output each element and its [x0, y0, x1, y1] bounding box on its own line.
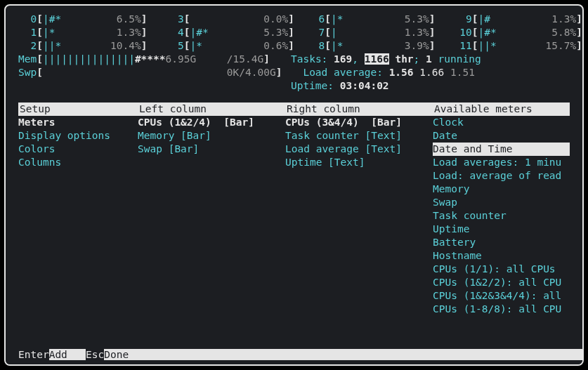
panel-setup: Setup MetersDisplay optionsColorsColumns [18, 103, 138, 316]
cpu-meter-3: 3[ 0.0%] [166, 13, 294, 25]
available-meter-item[interactable]: CPUs (1/1): all CPUs [433, 263, 570, 276]
footer-done-button[interactable]: Done [104, 349, 584, 360]
cpu-meter-9: 9[|# 1.3%] [454, 13, 582, 25]
available-meter-item[interactable]: Date [433, 129, 570, 143]
panel-right-column: Right column CPUs (3&4/4) [Bar]Task coun… [285, 103, 433, 316]
available-meter-item[interactable]: Uptime [433, 223, 570, 236]
left-column-item[interactable]: CPUs (1&2/4) [Bar] [138, 116, 285, 129]
available-meter-item[interactable]: CPUs (1&2&3&4/4): all [433, 289, 570, 303]
load-label: Load average: [303, 67, 388, 78]
panel-left-header: Left column [138, 103, 285, 116]
panel-setup-header: Setup [18, 103, 138, 116]
panel-available-meters: Available meters ClockDateDate and TimeL… [433, 103, 570, 316]
cpu-meter-6: 6[|* 5.3%] [306, 13, 435, 25]
available-meter-item[interactable]: Clock [433, 116, 570, 129]
setup-item[interactable]: Display options [18, 129, 138, 143]
footer-bar: EnterAdd EscDone [6, 348, 582, 364]
panel-avail-header: Available meters [433, 103, 570, 116]
available-meter-item[interactable]: Date and Time [433, 143, 570, 156]
left-column-item[interactable]: Memory [Bar] [138, 129, 285, 143]
footer-key-esc[interactable]: Esc [86, 349, 104, 360]
cpu-meter-11: 11[||* 15.7%] [454, 40, 582, 51]
footer-add-button[interactable]: Add [49, 349, 86, 360]
available-meter-item[interactable]: Battery [433, 236, 570, 249]
available-meter-item[interactable]: Swap [433, 196, 570, 209]
panel-left-column: Left column CPUs (1&2/4) [Bar]Memory [Ba… [138, 103, 285, 316]
left-column-item[interactable]: Swap [Bar] [138, 143, 285, 156]
right-column-item[interactable]: Task counter [Text] [285, 129, 433, 143]
cpu-meter-10: 10[|#* 5.8%] [454, 27, 582, 38]
setup-item[interactable]: Meters [18, 116, 138, 129]
cpu-meter-7: 7[| 1.3%] [306, 27, 435, 38]
setup-panels: Setup MetersDisplay optionsColorsColumns… [6, 103, 582, 316]
tasks-threads: 1166 [365, 53, 389, 65]
available-meter-item[interactable]: Hostname [433, 249, 570, 263]
available-meter-item[interactable]: Task counter [433, 209, 570, 223]
tasks-label: Tasks: [291, 53, 334, 65]
right-column-item[interactable]: Load average [Text] [285, 143, 433, 156]
setup-item[interactable]: Columns [18, 156, 138, 169]
available-meter-item[interactable]: Load averages: 1 minu [433, 156, 570, 169]
available-meter-item[interactable]: CPUs (1-8/8): all CPU [433, 303, 570, 316]
header-meters: 0[|#* 6.5%] 3[ 0.0%] 1[|* 1.3%] 4[|#* 5.… [6, 13, 582, 93]
footer-key-enter[interactable]: Enter [18, 349, 49, 360]
cpu-meter-1: 1[|* 1.3%] [18, 27, 147, 38]
cpu-meter-5: 5[|* 0.6%] [166, 40, 294, 51]
cpu-meter-2: 2[||* 10.4%] [18, 40, 147, 51]
cpu-meter-4: 4[|#* 5.3%] [166, 27, 294, 38]
cpu-meter-8: 8[|* 3.9%] [306, 40, 435, 51]
cpu-left-block: 0[|#* 6.5%] 3[ 0.0%] 1[|* 1.3%] 4[|#* 5.… [18, 13, 294, 53]
available-meter-item[interactable]: Load: average of read [433, 169, 570, 183]
available-meter-item[interactable]: Memory [433, 183, 570, 196]
mem-label: Mem [18, 53, 37, 65]
cpu-meter-0: 0[|#* 6.5%] [18, 13, 147, 25]
setup-item[interactable]: Colors [18, 143, 138, 156]
right-column-item[interactable]: Uptime [Text] [285, 156, 433, 169]
swp-label: Swp [18, 67, 37, 78]
panel-right-header: Right column [285, 103, 433, 116]
right-column-item[interactable]: CPUs (3&4/4) [Bar] [285, 116, 433, 129]
available-meter-item[interactable]: CPUs (1&2/2): all CPU [433, 276, 570, 289]
uptime-label: Uptime: [291, 80, 340, 91]
cpu-right-block: 6[|* 5.3%] 9[|# 1.3%] 7[| 1.3%] 10[|#* 5… [306, 13, 582, 53]
